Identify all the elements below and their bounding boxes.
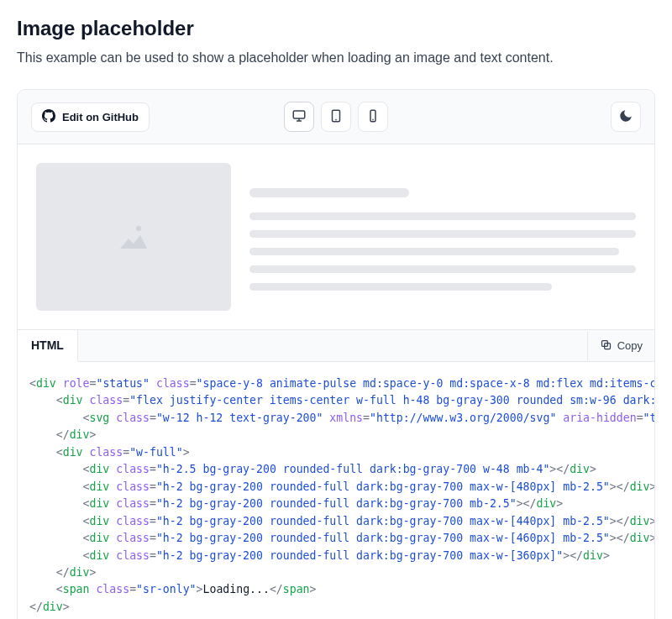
tablet-icon [328,108,344,126]
placeholder-line [249,248,619,255]
edit-on-github-button[interactable]: Edit on GitHub [31,102,150,132]
tablet-view-button[interactable] [321,102,351,132]
svg-point-7 [136,226,141,231]
copy-button[interactable]: Copy [587,332,654,360]
copy-icon [600,338,612,354]
text-placeholder-lines [249,163,636,291]
desktop-view-button[interactable] [284,102,314,132]
github-icon [42,109,55,125]
svg-rect-0 [293,111,305,118]
edit-on-github-label: Edit on GitHub [62,111,139,123]
dark-mode-toggle-button[interactable] [611,102,641,132]
preview-area [18,144,654,329]
desktop-icon [291,108,307,126]
moon-icon [618,108,633,126]
placeholder-line [249,265,636,273]
placeholder-line [249,283,552,291]
placeholder-line [249,230,636,238]
section-description: This example can be used to show a place… [17,50,655,66]
code-tabs-bar: HTML Copy [18,329,654,362]
image-placeholder-box [36,163,231,311]
mobile-view-button[interactable] [358,102,388,132]
placeholder-line [249,212,636,220]
example-card: Edit on GitHub [17,89,655,619]
section-heading: Image placeholder [17,17,655,40]
image-icon [113,215,154,259]
copy-label: Copy [617,339,643,352]
mobile-icon [365,108,381,126]
example-toolbar: Edit on GitHub [18,90,654,144]
placeholder-title-line [249,188,409,197]
tab-html[interactable]: HTML [18,330,78,362]
code-block: <div role="status" class="space-y-8 anim… [18,362,654,619]
